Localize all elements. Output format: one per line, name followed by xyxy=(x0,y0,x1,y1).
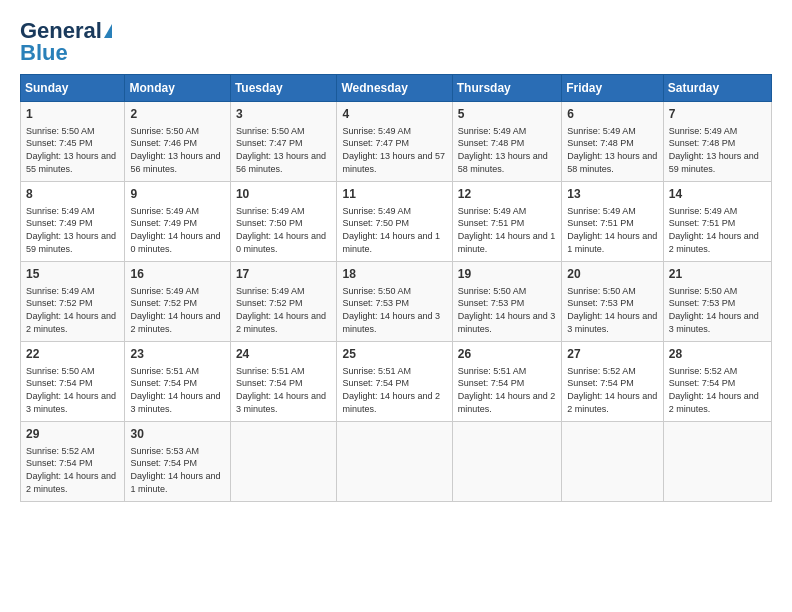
day-number: 13 xyxy=(567,186,658,203)
day-info: Sunrise: 5:52 AMSunset: 7:54 PMDaylight:… xyxy=(669,365,766,415)
calendar-cell: 13Sunrise: 5:49 AMSunset: 7:51 PMDayligh… xyxy=(562,182,664,262)
column-header-sunday: Sunday xyxy=(21,75,125,102)
calendar-cell: 22Sunrise: 5:50 AMSunset: 7:54 PMDayligh… xyxy=(21,342,125,422)
day-info: Sunrise: 5:52 AMSunset: 7:54 PMDaylight:… xyxy=(26,445,119,495)
day-number: 18 xyxy=(342,266,446,283)
calendar-week-4: 22Sunrise: 5:50 AMSunset: 7:54 PMDayligh… xyxy=(21,342,772,422)
day-info: Sunrise: 5:50 AMSunset: 7:53 PMDaylight:… xyxy=(458,285,556,335)
day-number: 20 xyxy=(567,266,658,283)
day-info: Sunrise: 5:49 AMSunset: 7:47 PMDaylight:… xyxy=(342,125,446,175)
day-info: Sunrise: 5:50 AMSunset: 7:53 PMDaylight:… xyxy=(567,285,658,335)
day-number: 3 xyxy=(236,106,332,123)
calendar-cell: 3Sunrise: 5:50 AMSunset: 7:47 PMDaylight… xyxy=(230,102,337,182)
calendar-week-3: 15Sunrise: 5:49 AMSunset: 7:52 PMDayligh… xyxy=(21,262,772,342)
calendar-cell: 16Sunrise: 5:49 AMSunset: 7:52 PMDayligh… xyxy=(125,262,230,342)
day-number: 25 xyxy=(342,346,446,363)
calendar-week-1: 1Sunrise: 5:50 AMSunset: 7:45 PMDaylight… xyxy=(21,102,772,182)
calendar-cell: 4Sunrise: 5:49 AMSunset: 7:47 PMDaylight… xyxy=(337,102,452,182)
day-number: 9 xyxy=(130,186,224,203)
day-info: Sunrise: 5:49 AMSunset: 7:48 PMDaylight:… xyxy=(458,125,556,175)
day-number: 21 xyxy=(669,266,766,283)
calendar-cell: 10Sunrise: 5:49 AMSunset: 7:50 PMDayligh… xyxy=(230,182,337,262)
day-number: 23 xyxy=(130,346,224,363)
day-number: 7 xyxy=(669,106,766,123)
day-info: Sunrise: 5:49 AMSunset: 7:49 PMDaylight:… xyxy=(26,205,119,255)
day-info: Sunrise: 5:53 AMSunset: 7:54 PMDaylight:… xyxy=(130,445,224,495)
calendar-week-5: 29Sunrise: 5:52 AMSunset: 7:54 PMDayligh… xyxy=(21,422,772,502)
day-number: 6 xyxy=(567,106,658,123)
calendar-cell: 18Sunrise: 5:50 AMSunset: 7:53 PMDayligh… xyxy=(337,262,452,342)
day-number: 24 xyxy=(236,346,332,363)
day-number: 28 xyxy=(669,346,766,363)
calendar-cell: 26Sunrise: 5:51 AMSunset: 7:54 PMDayligh… xyxy=(452,342,561,422)
calendar-cell: 27Sunrise: 5:52 AMSunset: 7:54 PMDayligh… xyxy=(562,342,664,422)
day-number: 14 xyxy=(669,186,766,203)
calendar-table: SundayMondayTuesdayWednesdayThursdayFrid… xyxy=(20,74,772,502)
day-number: 26 xyxy=(458,346,556,363)
day-info: Sunrise: 5:51 AMSunset: 7:54 PMDaylight:… xyxy=(236,365,332,415)
calendar-cell: 15Sunrise: 5:49 AMSunset: 7:52 PMDayligh… xyxy=(21,262,125,342)
day-info: Sunrise: 5:49 AMSunset: 7:52 PMDaylight:… xyxy=(130,285,224,335)
day-info: Sunrise: 5:51 AMSunset: 7:54 PMDaylight:… xyxy=(458,365,556,415)
calendar-cell: 30Sunrise: 5:53 AMSunset: 7:54 PMDayligh… xyxy=(125,422,230,502)
day-info: Sunrise: 5:49 AMSunset: 7:50 PMDaylight:… xyxy=(342,205,446,255)
day-number: 27 xyxy=(567,346,658,363)
day-info: Sunrise: 5:49 AMSunset: 7:50 PMDaylight:… xyxy=(236,205,332,255)
calendar-cell: 2Sunrise: 5:50 AMSunset: 7:46 PMDaylight… xyxy=(125,102,230,182)
day-number: 30 xyxy=(130,426,224,443)
calendar-cell: 1Sunrise: 5:50 AMSunset: 7:45 PMDaylight… xyxy=(21,102,125,182)
day-info: Sunrise: 5:50 AMSunset: 7:46 PMDaylight:… xyxy=(130,125,224,175)
day-number: 10 xyxy=(236,186,332,203)
calendar-cell: 8Sunrise: 5:49 AMSunset: 7:49 PMDaylight… xyxy=(21,182,125,262)
calendar-cell xyxy=(230,422,337,502)
column-header-friday: Friday xyxy=(562,75,664,102)
day-number: 19 xyxy=(458,266,556,283)
day-number: 5 xyxy=(458,106,556,123)
day-number: 12 xyxy=(458,186,556,203)
calendar-cell: 25Sunrise: 5:51 AMSunset: 7:54 PMDayligh… xyxy=(337,342,452,422)
day-info: Sunrise: 5:51 AMSunset: 7:54 PMDaylight:… xyxy=(342,365,446,415)
calendar-cell: 20Sunrise: 5:50 AMSunset: 7:53 PMDayligh… xyxy=(562,262,664,342)
day-info: Sunrise: 5:51 AMSunset: 7:54 PMDaylight:… xyxy=(130,365,224,415)
day-number: 4 xyxy=(342,106,446,123)
day-info: Sunrise: 5:50 AMSunset: 7:54 PMDaylight:… xyxy=(26,365,119,415)
day-number: 22 xyxy=(26,346,119,363)
calendar-cell: 29Sunrise: 5:52 AMSunset: 7:54 PMDayligh… xyxy=(21,422,125,502)
day-number: 17 xyxy=(236,266,332,283)
day-number: 29 xyxy=(26,426,119,443)
day-info: Sunrise: 5:49 AMSunset: 7:51 PMDaylight:… xyxy=(567,205,658,255)
logo-triangle-icon xyxy=(104,24,112,38)
day-number: 8 xyxy=(26,186,119,203)
calendar-cell xyxy=(452,422,561,502)
day-info: Sunrise: 5:49 AMSunset: 7:48 PMDaylight:… xyxy=(669,125,766,175)
day-number: 11 xyxy=(342,186,446,203)
column-header-monday: Monday xyxy=(125,75,230,102)
day-number: 15 xyxy=(26,266,119,283)
calendar-cell: 23Sunrise: 5:51 AMSunset: 7:54 PMDayligh… xyxy=(125,342,230,422)
day-info: Sunrise: 5:50 AMSunset: 7:53 PMDaylight:… xyxy=(342,285,446,335)
column-header-tuesday: Tuesday xyxy=(230,75,337,102)
logo: General Blue xyxy=(20,20,112,64)
calendar-week-2: 8Sunrise: 5:49 AMSunset: 7:49 PMDaylight… xyxy=(21,182,772,262)
calendar-header-row: SundayMondayTuesdayWednesdayThursdayFrid… xyxy=(21,75,772,102)
day-info: Sunrise: 5:50 AMSunset: 7:53 PMDaylight:… xyxy=(669,285,766,335)
calendar-cell: 24Sunrise: 5:51 AMSunset: 7:54 PMDayligh… xyxy=(230,342,337,422)
calendar-cell: 19Sunrise: 5:50 AMSunset: 7:53 PMDayligh… xyxy=(452,262,561,342)
column-header-wednesday: Wednesday xyxy=(337,75,452,102)
day-number: 16 xyxy=(130,266,224,283)
calendar-cell: 28Sunrise: 5:52 AMSunset: 7:54 PMDayligh… xyxy=(663,342,771,422)
day-info: Sunrise: 5:49 AMSunset: 7:49 PMDaylight:… xyxy=(130,205,224,255)
calendar-cell: 9Sunrise: 5:49 AMSunset: 7:49 PMDaylight… xyxy=(125,182,230,262)
column-header-saturday: Saturday xyxy=(663,75,771,102)
calendar-cell: 7Sunrise: 5:49 AMSunset: 7:48 PMDaylight… xyxy=(663,102,771,182)
day-info: Sunrise: 5:49 AMSunset: 7:52 PMDaylight:… xyxy=(26,285,119,335)
calendar-cell: 14Sunrise: 5:49 AMSunset: 7:51 PMDayligh… xyxy=(663,182,771,262)
day-info: Sunrise: 5:49 AMSunset: 7:51 PMDaylight:… xyxy=(669,205,766,255)
calendar-cell: 17Sunrise: 5:49 AMSunset: 7:52 PMDayligh… xyxy=(230,262,337,342)
calendar-cell xyxy=(663,422,771,502)
logo-blue: Blue xyxy=(20,42,68,64)
calendar-cell: 12Sunrise: 5:49 AMSunset: 7:51 PMDayligh… xyxy=(452,182,561,262)
day-info: Sunrise: 5:49 AMSunset: 7:48 PMDaylight:… xyxy=(567,125,658,175)
calendar-cell xyxy=(337,422,452,502)
day-info: Sunrise: 5:49 AMSunset: 7:51 PMDaylight:… xyxy=(458,205,556,255)
